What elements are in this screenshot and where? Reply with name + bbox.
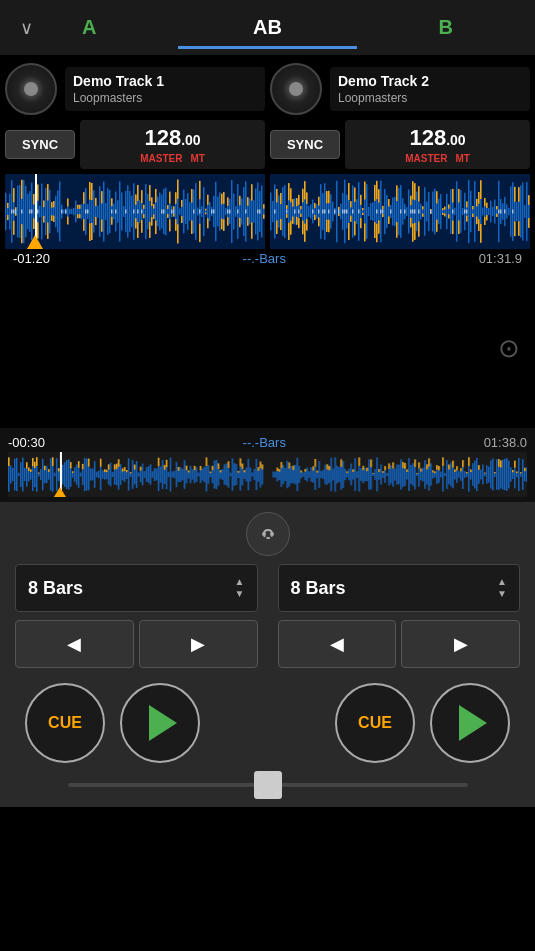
svg-point-0 xyxy=(262,532,266,536)
overview-bars: --.-Bars xyxy=(45,435,484,450)
crossfader-track xyxy=(68,783,468,787)
waveform-time-row: -01:20 --.-Bars 01:31.9 xyxy=(5,249,530,268)
deck-right-vinyl xyxy=(270,63,322,115)
sync-right-button[interactable]: SYNC xyxy=(270,130,340,159)
nav-left-forward-button[interactable]: ▶ xyxy=(139,620,258,668)
bpm-left-master-label: MASTER xyxy=(140,153,182,164)
decks-row: Demo Track 1 Loopmasters Demo Track 2 Lo… xyxy=(0,55,535,115)
crossfader-handle[interactable] xyxy=(254,771,282,799)
overview-canvas xyxy=(8,452,527,497)
bpm-left-value: 128 xyxy=(144,125,181,150)
bpm-row: SYNC 128.00 MASTER MT SYNC 128.00 MASTER… xyxy=(0,115,535,174)
nav-row: ◀ ▶ ◀ ▶ xyxy=(5,620,530,668)
loop-left-arrows: ▲ ▼ xyxy=(235,577,245,599)
vinyl-center-right xyxy=(289,82,303,96)
loop-right-value: 8 Bars xyxy=(291,578,346,599)
deck-right-time: 01:31.9 xyxy=(479,251,522,266)
bpm-right-mt-label: MT xyxy=(455,153,469,164)
bpm-left-mt-label: MT xyxy=(190,153,204,164)
cue-play-row: CUE CUE xyxy=(5,683,530,763)
tab-ab[interactable]: AB xyxy=(178,6,356,49)
loop-selector-right[interactable]: 8 Bars ▲ ▼ xyxy=(278,564,521,612)
link-icon: ⊙ xyxy=(498,333,520,364)
deck-left-vinyl xyxy=(5,63,57,115)
crossfader-row xyxy=(5,773,530,797)
play-right-icon xyxy=(459,705,487,741)
play-left-icon xyxy=(149,705,177,741)
deck-right-track-name: Demo Track 2 xyxy=(338,73,522,89)
overview-time-right: 01:38.0 xyxy=(484,435,527,450)
chevron-down-icon[interactable]: ∨ xyxy=(20,17,33,39)
bpm-left-display: 128.00 MASTER MT xyxy=(80,120,265,169)
cue-right-button[interactable]: CUE xyxy=(335,683,415,763)
overview-time-left: -00:30 xyxy=(8,435,45,450)
bpm-right-master-label: MASTER xyxy=(405,153,447,164)
crossfader-link-button[interactable] xyxy=(246,512,290,556)
crossfader-icon-row xyxy=(5,512,530,556)
deck-left-bars: --.-Bars xyxy=(243,251,286,266)
waveform-left[interactable] xyxy=(5,174,265,249)
bpm-right-decimal: .00 xyxy=(446,132,465,148)
sync-left-button[interactable]: SYNC xyxy=(5,130,75,159)
waveform-right[interactable] xyxy=(270,174,530,249)
nav-right-back-button[interactable]: ◀ xyxy=(278,620,397,668)
deck-left-track-name: Demo Track 1 xyxy=(73,73,257,89)
overview-section: -00:30 --.-Bars 01:38.0 xyxy=(0,428,535,502)
svg-point-1 xyxy=(270,532,274,536)
loop-right-arrows: ▲ ▼ xyxy=(497,577,507,599)
loop-left-value: 8 Bars xyxy=(28,578,83,599)
waveform-section: -01:20 --.-Bars 01:31.9 xyxy=(0,174,535,268)
loop-selector-left[interactable]: 8 Bars ▲ ▼ xyxy=(15,564,258,612)
deck-right-controls: CUE xyxy=(335,683,510,763)
play-left-button[interactable] xyxy=(120,683,200,763)
deck-left: Demo Track 1 Loopmasters xyxy=(5,63,265,115)
crossfader-link-icon xyxy=(256,525,280,543)
middle-area: ⊙ xyxy=(0,268,535,428)
deck-left-controls: CUE xyxy=(25,683,200,763)
deck-left-info: Demo Track 1 Loopmasters xyxy=(65,67,265,111)
deck-right-artist: Loopmasters xyxy=(338,91,522,105)
deck-right-info: Demo Track 2 Loopmasters xyxy=(330,67,530,111)
nav-right-forward-button[interactable]: ▶ xyxy=(401,620,520,668)
controls-section: 8 Bars ▲ ▼ 8 Bars ▲ ▼ ◀ ▶ ◀ ▶ CUE xyxy=(0,502,535,807)
deck-right: Demo Track 2 Loopmasters xyxy=(270,63,530,115)
play-right-button[interactable] xyxy=(430,683,510,763)
tab-b[interactable]: B xyxy=(357,6,535,49)
deck-left-artist: Loopmasters xyxy=(73,91,257,105)
deck-left-time: -01:20 xyxy=(13,251,50,266)
waveform-right-canvas xyxy=(270,174,530,249)
waveform-container xyxy=(5,174,530,249)
overview-time-row: -00:30 --.-Bars 01:38.0 xyxy=(8,433,527,452)
waveform-left-canvas xyxy=(5,174,265,249)
bpm-right-value: 128 xyxy=(409,125,446,150)
bpm-left-decimal: .00 xyxy=(181,132,200,148)
overview-waveform[interactable] xyxy=(8,452,527,497)
nav-left-back-button[interactable]: ◀ xyxy=(15,620,134,668)
vinyl-center xyxy=(24,82,38,96)
cue-left-button[interactable]: CUE xyxy=(25,683,105,763)
bpm-right-display: 128.00 MASTER MT xyxy=(345,120,530,169)
loop-row: 8 Bars ▲ ▼ 8 Bars ▲ ▼ xyxy=(5,564,530,612)
header: ∨ A AB B xyxy=(0,0,535,55)
